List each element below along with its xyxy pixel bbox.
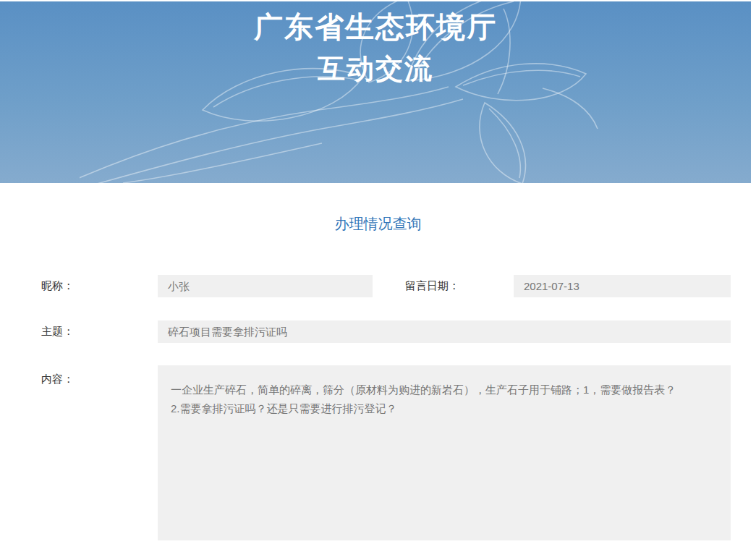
form-row-subject: 主题： 碎石项目需要拿排污证吗 (41, 320, 756, 343)
query-result-form: 昵称： 小张 留言日期： 2021-07-13 主题： 碎石项目需要拿排污证吗 … (41, 275, 756, 540)
page-title: 办理情况查询 (0, 215, 756, 232)
subject-label: 主题： (41, 325, 158, 339)
site-title: 广东省生态环境厅 (0, 1, 751, 48)
subject-field[interactable]: 碎石项目需要拿排污证吗 (158, 320, 731, 343)
content-field[interactable]: 一企业生产碎石，简单的碎离，筛分（原材料为购进的新岩石），生产石子用于铺路；1，… (158, 365, 731, 540)
nickname-field[interactable]: 小张 (158, 275, 373, 297)
form-row-content: 内容： 一企业生产碎石，简单的碎离，筛分（原材料为购进的新岩石），生产石子用于铺… (41, 365, 756, 540)
nickname-label: 昵称： (41, 279, 158, 293)
content-label: 内容： (41, 365, 158, 386)
date-label: 留言日期： (405, 279, 514, 293)
form-row-nickname-date: 昵称： 小张 留言日期： 2021-07-13 (41, 275, 756, 297)
page-header: 广东省生态环境厅 互动交流 (0, 1, 751, 183)
date-field[interactable]: 2021-07-13 (514, 275, 731, 297)
site-subtitle: 互动交流 (0, 48, 751, 90)
main-content: 办理情况查询 昵称： 小张 留言日期： 2021-07-13 主题： 碎石项目需… (0, 215, 756, 540)
